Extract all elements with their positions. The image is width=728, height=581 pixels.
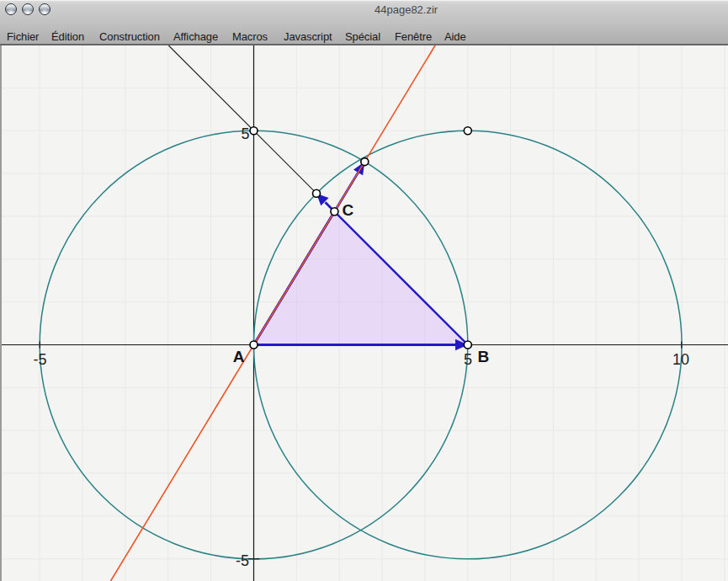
- svg-text:C: C: [343, 201, 354, 219]
- svg-text:10: 10: [672, 351, 689, 368]
- svg-text:A: A: [233, 348, 245, 365]
- svg-text:5: 5: [241, 125, 249, 142]
- svg-text:5: 5: [464, 351, 472, 368]
- svg-text:-5: -5: [33, 351, 46, 368]
- svg-text:-5: -5: [236, 552, 249, 569]
- svg-text:B: B: [478, 348, 490, 365]
